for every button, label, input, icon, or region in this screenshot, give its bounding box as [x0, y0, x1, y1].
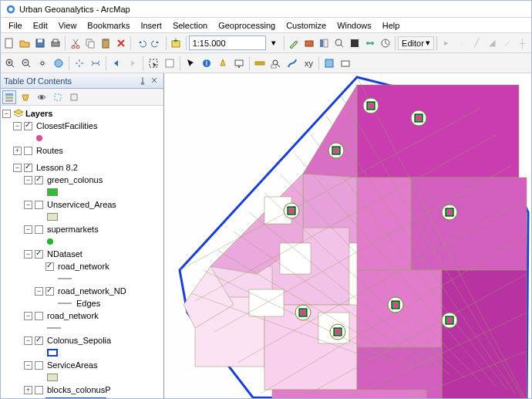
menu-file[interactable]: File: [4, 19, 27, 32]
scale-input[interactable]: [189, 36, 266, 50]
layer-rn2[interactable]: road_network: [45, 311, 100, 320]
collapse-icon[interactable]: −: [35, 287, 43, 296]
toc-pin-icon[interactable]: [138, 76, 149, 86]
layer-sa[interactable]: ServiceAreas: [45, 360, 99, 370]
collapse-icon[interactable]: −: [2, 110, 11, 118]
editor-menu[interactable]: Editor▾: [398, 36, 434, 50]
layer-bcp[interactable]: blocks_colonusP: [45, 385, 113, 394]
layer-lesson[interactable]: Lesson 8.2: [35, 163, 79, 172]
options-icon[interactable]: [67, 90, 81, 104]
list-by-source-icon[interactable]: [19, 90, 32, 104]
layer-checkbox[interactable]: [35, 361, 43, 370]
scale-dropdown[interactable]: ▾: [267, 36, 281, 51]
menu-insert[interactable]: Insert: [136, 19, 167, 32]
pan-button[interactable]: [35, 56, 50, 71]
list-by-drawing-order-icon[interactable]: [2, 90, 16, 104]
collapse-icon[interactable]: −: [24, 250, 32, 259]
add-data-button[interactable]: +: [169, 36, 184, 51]
collapse-icon[interactable]: −: [13, 122, 22, 130]
expand-icon[interactable]: +: [13, 147, 22, 155]
layer-checkbox[interactable]: [35, 201, 43, 209]
menu-view[interactable]: View: [54, 19, 82, 32]
layer-checkbox[interactable]: [45, 287, 54, 296]
fixed-zoom-out-button[interactable]: [88, 56, 103, 71]
open-button[interactable]: [18, 36, 32, 51]
menu-windows[interactable]: Windows: [332, 19, 376, 32]
clear-selection-button[interactable]: [162, 56, 177, 71]
layer-cs[interactable]: Colonus_Sepolia: [45, 336, 113, 345]
forward-button[interactable]: [125, 56, 140, 71]
delete-button[interactable]: [114, 36, 129, 51]
expand-icon[interactable]: +: [24, 386, 32, 394]
layer-checkbox[interactable]: [35, 176, 43, 184]
menu-geoprocessing[interactable]: Geoprocessing: [214, 19, 280, 32]
new-button[interactable]: [2, 36, 17, 51]
save-button[interactable]: [33, 36, 48, 51]
fixed-zoom-in-button[interactable]: [72, 56, 87, 71]
layer-rnnd[interactable]: road_network_ND: [56, 286, 128, 296]
list-by-visibility-icon[interactable]: [35, 90, 49, 104]
layer-ua[interactable]: Unserviced_Areas: [45, 200, 118, 209]
layer-checkbox[interactable]: [24, 164, 32, 172]
collapse-icon[interactable]: −: [24, 225, 32, 234]
redo-button[interactable]: [149, 36, 163, 51]
find-button[interactable]: [268, 56, 284, 71]
collapse-icon[interactable]: −: [24, 201, 32, 209]
toc-close-icon[interactable]: [150, 76, 160, 86]
search-button[interactable]: [332, 36, 347, 51]
menu-selection[interactable]: Selection: [168, 19, 212, 32]
collapse-icon[interactable]: −: [13, 164, 22, 172]
list-by-selection-icon[interactable]: [51, 90, 65, 104]
layer-gc[interactable]: green_colonus: [45, 175, 104, 184]
undo-button[interactable]: [133, 36, 148, 51]
layer-checkbox[interactable]: [35, 336, 43, 345]
goto-xy-button[interactable]: xy: [301, 56, 316, 71]
layer-tree[interactable]: −Layers −ClosestFacilities +Routes −Less…: [1, 106, 163, 399]
layer-sm[interactable]: supermarkets: [45, 225, 100, 234]
modelbuilder-button[interactable]: [363, 36, 378, 51]
find-route-button[interactable]: [285, 56, 300, 71]
menu-bookmarks[interactable]: Bookmarks: [82, 19, 134, 32]
na-button[interactable]: [322, 56, 337, 71]
menu-edit[interactable]: Edit: [29, 19, 52, 32]
layer-checkbox[interactable]: [35, 250, 43, 259]
measure-button[interactable]: [252, 56, 268, 71]
layer-checkbox[interactable]: [35, 386, 43, 394]
layer-checkbox[interactable]: [24, 122, 32, 130]
time-slider-button[interactable]: [378, 36, 392, 51]
layer-checkbox[interactable]: [35, 225, 43, 234]
zoom-out-button[interactable]: [19, 56, 34, 71]
layer-routes[interactable]: Routes: [35, 146, 65, 155]
python-button[interactable]: [348, 36, 362, 51]
root-label[interactable]: Layers: [24, 109, 54, 118]
catalog-button[interactable]: [317, 36, 332, 51]
map-view[interactable]: [164, 73, 531, 399]
layer-checkbox[interactable]: [24, 147, 32, 155]
back-button[interactable]: [109, 56, 124, 71]
collapse-icon[interactable]: −: [24, 312, 32, 320]
toolbox-button[interactable]: [301, 36, 316, 51]
editor-toolbar-button[interactable]: [286, 36, 301, 51]
print-button[interactable]: [48, 36, 62, 51]
collapse-icon[interactable]: −: [24, 361, 32, 370]
select-elements-button[interactable]: [183, 56, 198, 71]
layer-nd[interactable]: NDataset: [45, 249, 84, 259]
menu-customize[interactable]: Customize: [281, 19, 331, 32]
full-extent-button[interactable]: [51, 56, 66, 71]
identify-button[interactable]: i: [199, 56, 214, 71]
paste-button[interactable]: [99, 36, 113, 51]
layer-cf[interactable]: ClosestFacilities: [35, 121, 99, 130]
copy-button[interactable]: [83, 36, 98, 51]
collapse-icon[interactable]: −: [24, 176, 32, 184]
menu-help[interactable]: Help: [378, 19, 405, 32]
layer-checkbox[interactable]: [35, 312, 43, 320]
collapse-icon[interactable]: −: [24, 336, 32, 345]
select-features-button[interactable]: [146, 56, 161, 71]
html-popup-button[interactable]: [231, 56, 247, 71]
hyperlink-button[interactable]: [215, 56, 231, 71]
zoom-in-button[interactable]: [2, 56, 18, 71]
viewer-button[interactable]: [338, 56, 353, 71]
cut-button[interactable]: [68, 36, 82, 51]
layer-checkbox[interactable]: [45, 262, 54, 271]
layer-rn[interactable]: road_network: [56, 262, 111, 271]
